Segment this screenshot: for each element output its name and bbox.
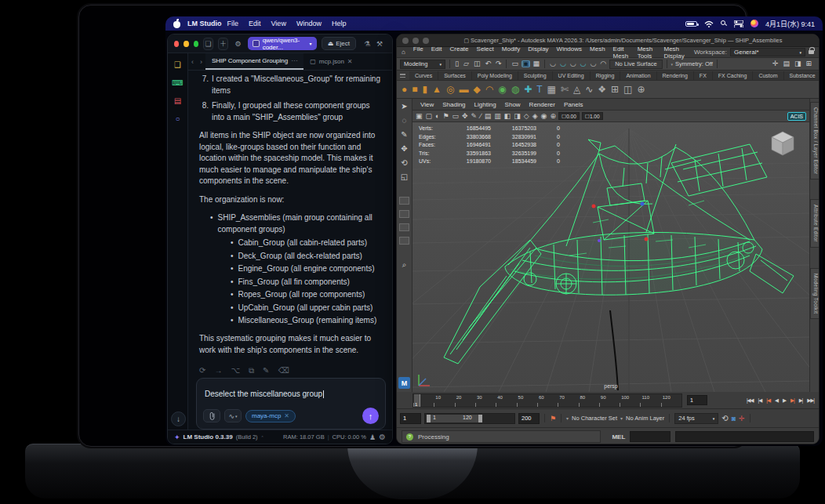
shelf-tab[interactable]: Surfaces [438, 71, 472, 80]
viewport-toolbar-icon[interactable]: ▢ [426, 113, 433, 120]
nav-forward-icon[interactable]: › [197, 58, 205, 66]
shelf-tool-icon[interactable]: ● [402, 85, 407, 94]
rotate-tool-icon[interactable]: ⟲ [401, 158, 407, 167]
shelf-tool-icon[interactable]: ◉ [498, 85, 506, 94]
shelf-tab[interactable]: Rigging [591, 71, 621, 80]
maya-m-icon[interactable]: M [398, 377, 410, 389]
bookmark-icon[interactable]: ⚑ [550, 415, 556, 422]
apple-menu-icon[interactable] [173, 20, 180, 28]
viewport-toolbar-icon[interactable]: ▤ [485, 113, 492, 120]
symmetry-selector[interactable]: Symmetry: Off [675, 60, 713, 67]
shelf-tab[interactable]: FX [694, 71, 713, 80]
shelf-tab[interactable]: Curves [409, 71, 438, 80]
viewport-toolbar-icon[interactable]: ▭ [452, 113, 460, 120]
viewport-toolbar-icon[interactable]: ✎ [471, 113, 478, 120]
shelf-tab[interactable]: Animation [620, 71, 656, 80]
new-chat-button[interactable]: ＋ [218, 38, 228, 50]
attribute-editor-tab[interactable]: Attribute Editor [810, 199, 820, 248]
playback-button[interactable]: ▶▶| [805, 396, 816, 405]
viewport-toolbar-icon[interactable]: ◈ [532, 113, 538, 120]
message-action-icon[interactable]: ⧉ [249, 365, 254, 375]
viewport-toolbar-icon[interactable]: ◉ [541, 113, 547, 120]
playback-loop-icon[interactable]: ⟲ [721, 414, 728, 422]
model-selector[interactable]: qwen/qwen3-coder... ▾ [248, 37, 317, 50]
message-action-icon[interactable]: ⌥ [231, 365, 240, 375]
maya-menu-item[interactable]: Mesh Display [664, 45, 686, 60]
app-version[interactable]: LM Studio 0.3.39 [184, 433, 233, 441]
viewport-toolbar-icon[interactable]: ∕ [480, 113, 482, 120]
viewport-toolbar-icon[interactable]: ◇ [524, 113, 529, 120]
select-object-icon[interactable]: ▣ [522, 60, 530, 67]
shelf-tab[interactable]: Poly Modeling [472, 71, 518, 80]
time-slider[interactable]: 0102030405060708090100110120 1 [412, 393, 682, 408]
close-tab-icon[interactable]: ✕ [347, 58, 353, 65]
battery-icon[interactable] [685, 21, 697, 27]
viewport-menu-item[interactable]: Show [505, 101, 521, 108]
rail-icon[interactable]: ❑ [171, 57, 185, 71]
layout-single-button[interactable] [399, 197, 409, 205]
shelf-tool-icon[interactable]: ▬ [459, 85, 468, 94]
anim-start-field[interactable]: 1 [400, 413, 421, 424]
macos-menu-item[interactable]: View [271, 20, 286, 27]
shelf-tool-icon[interactable]: ⊕ [637, 85, 645, 94]
close-button[interactable] [402, 38, 409, 44]
paint-select-tool-icon[interactable]: ✎ [401, 130, 407, 139]
wrench-icon[interactable]: ⚒ [373, 38, 386, 50]
current-frame-marker[interactable]: 1 [414, 394, 420, 407]
layout-outliner-button[interactable] [399, 237, 409, 245]
rail-icon[interactable]: ▤ [171, 93, 185, 107]
viewport-toolbar-icon[interactable]: ▣ [416, 113, 423, 120]
macos-menu-item[interactable]: Window [296, 20, 322, 27]
zoom-tool-icon[interactable]: ⌕ [402, 260, 407, 270]
shelf-tool-icon[interactable]: ✚ [524, 85, 532, 94]
status-icon[interactable]: ⊞ [805, 60, 812, 67]
playback-button[interactable]: |◀◀ [745, 396, 755, 405]
maya-menu-item[interactable]: Select [477, 45, 494, 60]
macos-menu-item[interactable]: Help [332, 20, 347, 27]
shelf-tool-icon[interactable]: ◠ [485, 85, 493, 94]
select-component-icon[interactable]: ▦ [532, 60, 541, 67]
shelf-tool-icon[interactable]: ◆ [473, 85, 480, 94]
layout-four-pane-button[interactable] [399, 210, 409, 218]
shelf-tool-icon[interactable]: ■ [412, 85, 417, 94]
viewport-menu-item[interactable]: Renderer [529, 101, 555, 108]
home-icon[interactable]: ⌂ [402, 49, 405, 56]
flask-icon[interactable]: ⚗ [361, 38, 373, 50]
viewport-toolbar-icon[interactable]: ◐ [435, 113, 439, 120]
anim-layer-selector[interactable]: No Anim Layer [626, 415, 664, 422]
shelf-tab[interactable]: Rendering [657, 71, 694, 80]
anim-prefs-icon[interactable]: ◙ [732, 415, 736, 422]
viewport-toolbar-icon[interactable]: ◧ [504, 113, 511, 120]
minimize-button[interactable] [412, 38, 419, 44]
viewport-toolbar-icon[interactable]: ▥ [494, 113, 501, 120]
remove-chip-icon[interactable]: ✕ [284, 412, 289, 419]
shelf-tool-icon[interactable]: T [536, 85, 542, 94]
status-icon[interactable]: ▱ [463, 60, 470, 67]
live-surface-field[interactable]: No Live Surface [609, 60, 662, 69]
snap-icon[interactable]: ◡ [589, 60, 597, 67]
exposure-field[interactable]: ▢ 0.00 [558, 112, 580, 120]
range-end-handle[interactable] [478, 415, 482, 422]
gamma-field[interactable]: ▢ 1.00 [582, 112, 603, 120]
modeling-toolkit-tab[interactable]: Modeling Toolkit [810, 268, 820, 319]
maya-menu-item[interactable]: Modify [502, 45, 521, 60]
range-start-handle[interactable] [427, 415, 431, 422]
snap-icon[interactable]: ◡ [549, 60, 557, 67]
tab-chat[interactable]: SHIP Component Grouping⋯ [205, 53, 303, 70]
active-app-name[interactable]: LM Studio [187, 20, 222, 27]
viewport-menu-item[interactable]: Panels [564, 101, 583, 108]
lock-icon[interactable] [809, 50, 814, 54]
message-action-icon[interactable]: ⟳ [199, 365, 205, 375]
close-button[interactable] [174, 41, 179, 47]
maya-menu-item[interactable]: Windows [557, 45, 582, 60]
toggle-sidebar-button[interactable]: ❏ [203, 38, 213, 50]
message-action-icon[interactable]: ✎ [263, 365, 269, 375]
maya-menu-item[interactable]: Display [528, 45, 548, 60]
shelf-tool-icon[interactable]: ▮ [423, 85, 428, 94]
character-set-selector[interactable]: No Character Set [572, 415, 617, 422]
shelf-tab[interactable]: UV Editing [553, 71, 591, 80]
shelf-tool-icon[interactable]: ❖ [598, 85, 606, 94]
menu-set-selector[interactable]: Modeling▾ [400, 60, 445, 69]
viewport-menu-item[interactable]: Lighting [474, 101, 496, 108]
rail-icon[interactable]: ○ [171, 111, 185, 125]
